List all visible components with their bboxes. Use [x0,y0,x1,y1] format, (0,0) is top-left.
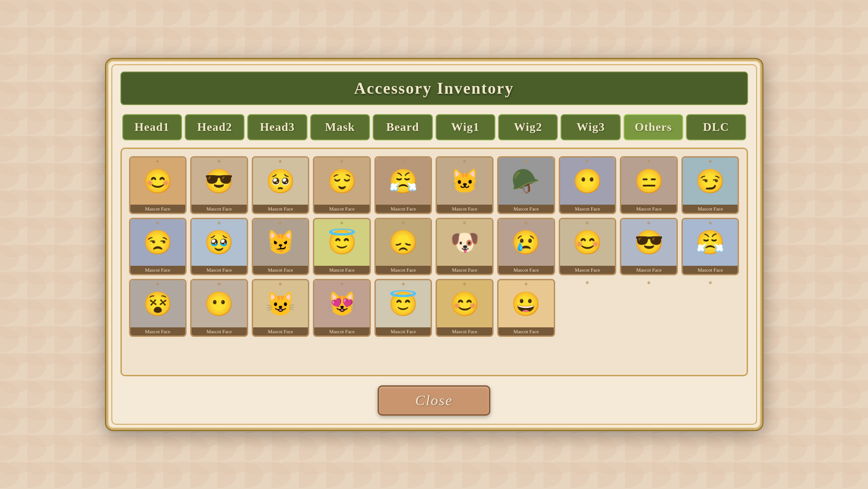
tab-beard[interactable]: Beard [373,114,432,140]
item-cell-empty [620,279,678,337]
item-cell[interactable]: 😼Mascot Face [252,218,310,276]
item-label: Mascot Face [437,266,492,274]
item-cell[interactable]: 😤Mascot Face [681,218,739,276]
item-cell-empty [681,279,739,337]
item-cell[interactable]: 😊Mascot Face [129,156,187,214]
item-cell[interactable]: 😺Mascot Face [252,279,310,337]
item-face-icon: 😇 [314,219,369,266]
item-label: Mascot Face [437,327,492,336]
item-label: Mascot Face [437,205,492,213]
item-face-icon: 😑 [621,158,676,205]
item-label: Mascot Face [683,266,738,274]
item-face-icon: 😎 [621,219,676,266]
tab-wig1[interactable]: Wig1 [436,114,495,140]
item-label: Mascot Face [130,266,186,274]
accessory-inventory-modal: Accessory Inventory Head1 Head2 Head3 Ma… [106,59,762,430]
item-label: Mascot Face [192,205,247,213]
item-label: Mascot Face [314,266,369,274]
item-face-icon: 😼 [253,219,308,266]
close-button-wrap: Close [120,385,748,416]
item-label: Mascot Face [499,327,554,336]
item-label: Mascot Face [621,266,676,274]
item-cell[interactable]: 🥹Mascot Face [190,218,248,276]
item-face-icon: 😵 [130,280,186,327]
tab-dlc[interactable]: DLC [686,114,746,140]
item-label: Mascot Face [130,327,186,336]
close-button[interactable]: Close [378,385,490,416]
tab-mask[interactable]: Mask [310,114,370,140]
item-cell[interactable]: 😻Mascot Face [313,279,371,337]
item-face-icon: 😶 [192,280,247,327]
item-cell[interactable]: 😊Mascot Face [559,218,617,276]
item-face-icon: 😊 [560,219,615,266]
tab-wig2[interactable]: Wig2 [498,114,558,140]
item-face-icon: 🥺 [253,158,308,205]
item-cell[interactable]: 😤Mascot Face [374,156,432,214]
item-face-icon: 😶 [560,158,615,205]
tab-head1[interactable]: Head1 [122,114,182,140]
item-cell[interactable]: 🥺Mascot Face [252,156,310,214]
item-cell[interactable]: 😵Mascot Face [129,279,187,337]
item-face-icon: 😢 [499,219,554,266]
item-face-icon: 😌 [314,158,369,205]
item-cell[interactable]: 😇Mascot Face [313,218,371,276]
title-bar: Accessory Inventory [120,72,748,105]
item-label: Mascot Face [376,327,431,336]
tab-wig3[interactable]: Wig3 [561,114,620,140]
tab-others[interactable]: Others [623,114,683,140]
item-face-icon: 🪖 [499,158,554,205]
item-label: Mascot Face [683,205,738,213]
item-face-icon: 😊 [437,280,492,327]
item-label: Mascot Face [376,205,431,213]
modal-title: Accessory Inventory [354,79,514,97]
item-face-icon: 🐱 [437,158,492,205]
item-label: Mascot Face [376,266,431,274]
item-cell[interactable]: 😢Mascot Face [497,218,555,276]
item-label: Mascot Face [560,205,615,213]
item-cell[interactable]: 😌Mascot Face [313,156,371,214]
item-face-icon: 😏 [683,158,738,205]
item-cell-empty [559,279,617,337]
item-cell[interactable]: 🪖Mascot Face [497,156,555,214]
item-label: Mascot Face [192,266,247,274]
item-cell[interactable]: 🐶Mascot Face [436,218,494,276]
item-face-icon: 😀 [499,280,554,327]
item-face-icon: 😇 [376,280,431,327]
item-label: Mascot Face [253,205,308,213]
item-cell[interactable]: 😞Mascot Face [374,218,432,276]
item-label: Mascot Face [314,327,369,336]
item-label: Mascot Face [621,205,676,213]
item-cell[interactable]: 😶Mascot Face [559,156,617,214]
tab-bar: Head1 Head2 Head3 Mask Beard Wig1 Wig2 W… [120,114,748,140]
items-container: 😊Mascot Face😎Mascot Face🥺Mascot Face😌Mas… [120,148,748,376]
item-label: Mascot Face [253,327,308,336]
item-face-icon: 😎 [192,158,247,205]
item-label: Mascot Face [314,205,369,213]
item-label: Mascot Face [192,327,247,336]
item-cell[interactable]: 🐱Mascot Face [436,156,494,214]
item-label: Mascot Face [253,266,308,274]
item-face-icon: 😻 [314,280,369,327]
item-face-icon: 😤 [376,158,431,205]
item-face-icon: 😊 [130,158,186,205]
item-label: Mascot Face [499,266,554,274]
item-cell[interactable]: 😎Mascot Face [190,156,248,214]
item-label: Mascot Face [130,205,186,213]
item-cell[interactable]: 😊Mascot Face [436,279,494,337]
item-cell[interactable]: 😶Mascot Face [190,279,248,337]
item-cell[interactable]: 😏Mascot Face [681,156,739,214]
item-cell[interactable]: 😒Mascot Face [129,218,187,276]
item-cell[interactable]: 😎Mascot Face [620,218,678,276]
tab-head3[interactable]: Head3 [247,114,307,140]
item-label: Mascot Face [560,266,615,274]
tab-head2[interactable]: Head2 [185,114,245,140]
item-face-icon: 😤 [683,219,738,266]
item-face-icon: 😞 [376,219,431,266]
item-cell[interactable]: 😀Mascot Face [497,279,555,337]
items-grid: 😊Mascot Face😎Mascot Face🥺Mascot Face😌Mas… [129,156,739,337]
item-label: Mascot Face [499,205,554,213]
item-face-icon: 😺 [253,280,308,327]
item-cell[interactable]: 😑Mascot Face [620,156,678,214]
item-face-icon: 😒 [130,219,186,266]
item-cell[interactable]: 😇Mascot Face [374,279,432,337]
